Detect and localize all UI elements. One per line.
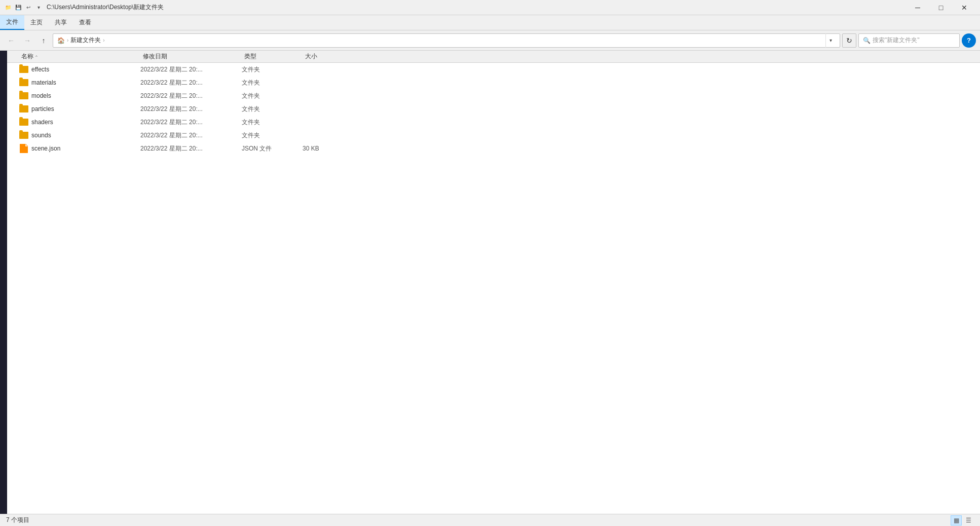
- main-area: 名称 ^ 修改日期 类型 大小 effects 2022/3/22 星期二 20…: [0, 51, 980, 514]
- chevron-down-icon[interactable]: ▾: [34, 4, 43, 12]
- file-date: 2022/3/22 星期二 20:...: [140, 79, 242, 87]
- refresh-button[interactable]: ↻: [842, 33, 856, 48]
- file-icon: [19, 78, 28, 87]
- breadcrumb-arrow-2: ›: [103, 37, 104, 43]
- folder-icon: [19, 92, 28, 99]
- file-area: 名称 ^ 修改日期 类型 大小 effects 2022/3/22 星期二 20…: [7, 51, 980, 514]
- search-placeholder: 搜索"新建文件夹": [873, 36, 920, 45]
- close-button[interactable]: ✕: [953, 0, 976, 15]
- file-icon: [19, 131, 28, 140]
- file-name: effects: [31, 66, 140, 73]
- menu-share[interactable]: 共享: [49, 15, 73, 30]
- file-icon: [19, 144, 28, 153]
- up-button[interactable]: ↑: [36, 33, 51, 48]
- col-header-size[interactable]: 大小: [303, 51, 354, 62]
- menu-bar: 文件 主页 共享 查看: [0, 15, 980, 30]
- column-headers: 名称 ^ 修改日期 类型 大小: [7, 51, 980, 63]
- file-type: 文件夹: [242, 131, 303, 140]
- maximize-button[interactable]: □: [929, 0, 953, 15]
- file-list: effects 2022/3/22 星期二 20:... 文件夹 materia…: [7, 63, 980, 514]
- file-date: 2022/3/22 星期二 20:...: [140, 92, 242, 100]
- folder-icon: [19, 119, 28, 126]
- file-row[interactable]: shaders 2022/3/22 星期二 20:... 文件夹: [7, 116, 980, 129]
- save-icon: 💾: [14, 4, 22, 12]
- file-date: 2022/3/22 星期二 20:...: [140, 144, 242, 153]
- menu-view[interactable]: 查看: [73, 15, 97, 30]
- window-controls: ─ □ ✕: [906, 0, 976, 15]
- menu-home[interactable]: 主页: [24, 15, 49, 30]
- search-box[interactable]: 🔍 搜索"新建文件夹": [858, 33, 960, 48]
- file-name: particles: [31, 105, 140, 112]
- file-type: 文件夹: [242, 118, 303, 127]
- address-path: 🏠 › 新建文件夹 ›: [57, 36, 823, 45]
- folder-icon-small: 📁: [4, 4, 12, 12]
- file-type: 文件夹: [242, 92, 303, 100]
- home-icon: 🏠: [57, 37, 65, 44]
- folder-icon: [19, 132, 28, 139]
- col-type-label: 类型: [244, 52, 256, 61]
- folder-icon: [19, 105, 28, 112]
- svg-marker-2: [25, 144, 28, 146]
- file-row[interactable]: scene.json 2022/3/22 星期二 20:... JSON 文件 …: [7, 142, 980, 155]
- col-header-type[interactable]: 类型: [242, 51, 303, 62]
- file-row[interactable]: sounds 2022/3/22 星期二 20:... 文件夹: [7, 129, 980, 142]
- file-row[interactable]: effects 2022/3/22 星期二 20:... 文件夹: [7, 63, 980, 76]
- file-row[interactable]: materials 2022/3/22 星期二 20:... 文件夹: [7, 76, 980, 89]
- file-icon: [19, 118, 28, 127]
- help-button[interactable]: ?: [962, 33, 976, 48]
- file-row[interactable]: models 2022/3/22 星期二 20:... 文件夹: [7, 89, 980, 102]
- title-bar-quick-icons: 📁 💾 ↩ ▾: [4, 4, 43, 12]
- file-name: sounds: [31, 132, 140, 139]
- file-icon: [19, 104, 28, 114]
- file-name: shaders: [31, 119, 140, 126]
- file-type: 文件夹: [242, 105, 303, 114]
- window-title: C:\Users\Administrator\Desktop\新建文件夹: [47, 3, 906, 12]
- breadcrumb-home[interactable]: 🏠: [57, 37, 65, 44]
- title-bar: 📁 💾 ↩ ▾ C:\Users\Administrator\Desktop\新…: [0, 0, 980, 15]
- json-file-icon: [20, 144, 28, 153]
- file-date: 2022/3/22 星期二 20:...: [140, 118, 242, 127]
- search-icon: 🔍: [863, 37, 871, 44]
- toolbar: ← → ↑ 🏠 › 新建文件夹 › ▾ ↻ 🔍 搜索"新建文件夹" ?: [0, 30, 980, 51]
- file-type: JSON 文件: [242, 144, 303, 153]
- address-dropdown-button[interactable]: ▾: [825, 33, 836, 48]
- status-bar: 7 个项目 ▦ ☰: [0, 514, 980, 526]
- file-type: 文件夹: [242, 79, 303, 87]
- col-size-label: 大小: [305, 52, 317, 61]
- file-type: 文件夹: [242, 65, 303, 74]
- file-name: scene.json: [31, 145, 140, 152]
- file-date: 2022/3/22 星期二 20:...: [140, 65, 242, 74]
- file-name: materials: [31, 79, 140, 86]
- file-icon: [19, 65, 28, 74]
- file-date: 2022/3/22 星期二 20:...: [140, 105, 242, 114]
- breadcrumb-arrow-1: ›: [67, 37, 68, 43]
- taskbar-left: [0, 51, 7, 514]
- file-icon: [19, 91, 28, 100]
- folder-icon: [19, 79, 28, 86]
- file-name: models: [31, 92, 140, 99]
- menu-file[interactable]: 文件: [0, 15, 24, 30]
- back-button[interactable]: ←: [4, 33, 18, 48]
- breadcrumb-folder-label: 新建文件夹: [70, 36, 101, 45]
- undo-icon: ↩: [24, 4, 32, 12]
- view-buttons: ▦ ☰: [951, 515, 974, 525]
- col-date-label: 修改日期: [143, 52, 167, 61]
- col-header-name[interactable]: 名称 ^: [19, 51, 141, 62]
- forward-button[interactable]: →: [20, 33, 34, 48]
- col-header-date[interactable]: 修改日期: [141, 51, 242, 62]
- folder-icon: [19, 66, 28, 73]
- file-row[interactable]: particles 2022/3/22 星期二 20:... 文件夹: [7, 102, 980, 116]
- list-view-button[interactable]: ☰: [963, 515, 974, 525]
- col-name-label: 名称: [21, 52, 33, 61]
- file-date: 2022/3/22 星期二 20:...: [140, 131, 242, 140]
- file-size: 30 KB: [303, 145, 353, 152]
- item-count: 7 个项目: [6, 516, 29, 524]
- sort-icon: ^: [35, 54, 37, 59]
- minimize-button[interactable]: ─: [906, 0, 929, 15]
- breadcrumb-folder[interactable]: 新建文件夹: [70, 36, 101, 45]
- address-bar[interactable]: 🏠 › 新建文件夹 › ▾: [53, 33, 840, 48]
- detail-view-button[interactable]: ▦: [951, 515, 962, 525]
